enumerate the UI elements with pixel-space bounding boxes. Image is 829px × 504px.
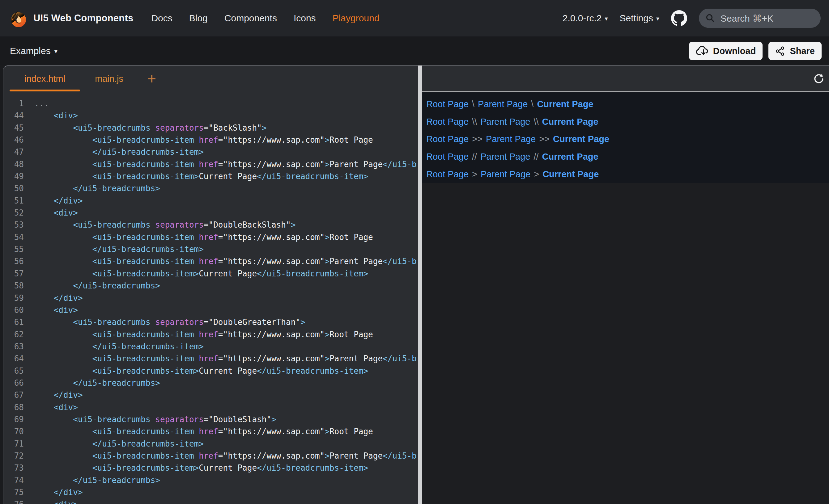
line-content: <div>	[24, 207, 78, 219]
code-line: 65 <ui5-breadcrumbs-item>Current Page</u…	[3, 365, 418, 377]
code-editor-panel: index.html main.js + 1...44 <div>45 <ui5…	[3, 66, 418, 504]
tab-label: index.html	[25, 74, 65, 84]
line-content: <ui5-breadcrumbs-item href="https://www.…	[24, 231, 373, 243]
line-number: 51	[3, 195, 24, 207]
brand-link[interactable]: UI5 Web Components	[9, 9, 133, 28]
chevron-down-icon	[55, 47, 58, 55]
line-number: 75	[3, 487, 24, 498]
line-number: 64	[3, 353, 24, 365]
code-line: 59 </div>	[3, 292, 418, 304]
line-content: <ui5-breadcrumbs-item href="https://www.…	[24, 256, 418, 267]
breadcrumb-link[interactable]: Root Page	[426, 117, 469, 127]
breadcrumb-row: Root Page>>Parent Page>>Current Page	[426, 131, 829, 148]
code-line: 69 <ui5-breadcrumbs separators="DoubleSl…	[3, 414, 418, 426]
line-number: 55	[3, 243, 24, 256]
nav-link-components[interactable]: Components	[224, 13, 277, 24]
line-content: </div>	[24, 389, 83, 401]
breadcrumb-separator: >>	[472, 134, 482, 144]
add-tab-button[interactable]: +	[147, 66, 156, 91]
breadcrumb-separator: >	[472, 169, 477, 180]
breadcrumb-link[interactable]: Parent Page	[478, 99, 528, 109]
line-content: <ui5-breadcrumbs-item>Current Page</ui5-…	[24, 170, 368, 183]
code-line: 74 </ui5-breadcrumbs>	[3, 474, 418, 487]
code-editor-area[interactable]: 1...44 <div>45 <ui5-breadcrumbs separato…	[3, 91, 418, 504]
line-content: </ui5-breadcrumbs-item>	[24, 438, 204, 450]
version-dropdown[interactable]: 2.0.0-rc.2	[563, 13, 608, 24]
line-number: 59	[3, 292, 24, 304]
line-content: <div>	[24, 110, 78, 122]
line-content: <ui5-breadcrumbs separators="DoubleGreat…	[24, 316, 305, 328]
line-number: 76	[3, 498, 24, 504]
editor-tabbar: index.html main.js +	[3, 66, 418, 91]
line-number: 45	[3, 122, 24, 134]
line-number: 73	[3, 462, 24, 474]
code-line: 46 <ui5-breadcrumbs-item href="https://w…	[3, 134, 418, 146]
preview-toolbar	[422, 66, 829, 92]
line-content: <ui5-breadcrumbs-item href="https://www.…	[24, 158, 418, 170]
code-line: 50 </ui5-breadcrumbs>	[3, 183, 418, 195]
line-number: 1	[3, 98, 24, 110]
settings-label: Settings	[620, 13, 653, 24]
line-content: <ui5-breadcrumbs-item>Current Page</ui5-…	[24, 462, 368, 474]
line-content: ...	[24, 98, 49, 110]
nav-link-docs[interactable]: Docs	[151, 13, 172, 24]
cloud-download-icon	[696, 45, 709, 56]
line-content: </ui5-breadcrumbs-item>	[24, 243, 204, 256]
code-line: 45 <ui5-breadcrumbs separators="BackSlas…	[3, 122, 418, 134]
breadcrumb-link[interactable]: Root Page	[426, 99, 469, 109]
preview-panel: Root Page\Parent Page\Current PageRoot P…	[422, 66, 829, 504]
line-content: <div>	[24, 304, 78, 316]
breadcrumb-link[interactable]: Parent Page	[481, 169, 531, 180]
line-number: 60	[3, 304, 24, 316]
search-input[interactable]: Search ⌘+K	[699, 9, 821, 28]
chevron-down-icon	[605, 15, 608, 22]
breadcrumb-current-page: Current Page	[553, 134, 609, 144]
line-content: <ui5-breadcrumbs-item href="https://www.…	[24, 450, 418, 462]
code-line: 54 <ui5-breadcrumbs-item href="https://w…	[3, 231, 418, 243]
tab-main-js[interactable]: main.js	[80, 66, 138, 91]
code-line: 55 </ui5-breadcrumbs-item>	[3, 243, 418, 256]
breadcrumb-link[interactable]: Root Page	[426, 134, 469, 144]
breadcrumb-separator: \	[472, 99, 474, 109]
brand-title: UI5 Web Components	[33, 13, 133, 24]
line-content: <ui5-breadcrumbs-item href="https://www.…	[24, 328, 373, 341]
line-number: 63	[3, 341, 24, 353]
line-number: 53	[3, 219, 24, 231]
nav-link-blog[interactable]: Blog	[189, 13, 208, 24]
breadcrumb-row: Root Page//Parent Page//Current Page	[426, 148, 829, 165]
line-number: 69	[3, 414, 24, 426]
breadcrumb-link[interactable]: Root Page	[426, 169, 469, 180]
code-line: 48 <ui5-breadcrumbs-item href="https://w…	[3, 158, 418, 170]
breadcrumb-separator: //	[472, 152, 477, 162]
line-number: 70	[3, 426, 24, 438]
breadcrumb-current-page: Current Page	[542, 169, 599, 180]
github-link[interactable]	[671, 10, 687, 26]
navbar-right: 2.0.0-rc.2 Settings Search ⌘+K	[563, 9, 821, 28]
code-line: 76 <div>	[3, 498, 418, 504]
breadcrumb-link[interactable]: Parent Page	[480, 117, 530, 127]
breadcrumb-link[interactable]: Parent Page	[486, 134, 536, 144]
code-line: 1...	[3, 98, 418, 110]
line-content: </div>	[24, 195, 83, 207]
breadcrumb-separator: \\	[534, 117, 538, 127]
line-content: <ui5-breadcrumbs separators="BackSlash">	[24, 122, 266, 134]
breadcrumb-separator: //	[534, 152, 538, 162]
nav-link-icons[interactable]: Icons	[294, 13, 316, 24]
tab-index-html[interactable]: index.html	[9, 66, 80, 91]
share-nodes-icon	[775, 46, 785, 56]
nav-link-playground[interactable]: Playground	[333, 13, 380, 24]
breadcrumb-current-page: Current Page	[537, 99, 593, 109]
line-number: 47	[3, 146, 24, 158]
code-line: 58 </ui5-breadcrumbs>	[3, 280, 418, 292]
refresh-button[interactable]	[812, 72, 826, 85]
settings-dropdown[interactable]: Settings	[620, 13, 659, 24]
share-button[interactable]: Share	[768, 42, 822, 60]
download-button[interactable]: Download	[689, 42, 763, 60]
breadcrumb-link[interactable]: Parent Page	[480, 152, 530, 162]
code-line: 60 <div>	[3, 304, 418, 316]
breadcrumb-row: Root Page\\Parent Page\\Current Page	[426, 113, 829, 131]
examples-dropdown[interactable]: Examples	[10, 46, 58, 56]
breadcrumb-separator: >	[534, 169, 539, 180]
breadcrumb-link[interactable]: Root Page	[426, 152, 469, 162]
editor-preview-splitter[interactable]	[418, 66, 422, 504]
